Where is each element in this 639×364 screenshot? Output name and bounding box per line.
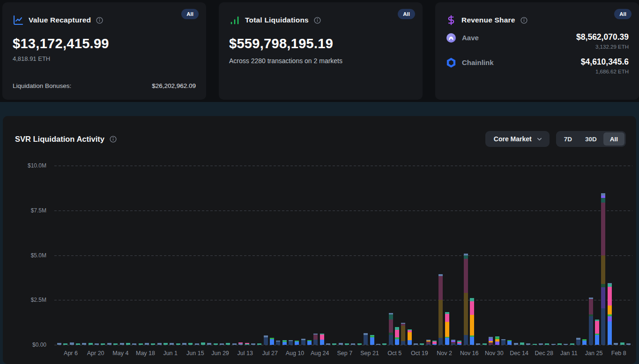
stacked-bar[interactable] [438,274,443,345]
info-icon[interactable] [96,16,104,24]
stacked-bar[interactable] [195,343,199,345]
stacked-bar[interactable] [307,340,312,345]
stacked-bar[interactable] [351,343,355,345]
stacked-bar[interactable] [483,343,487,345]
stacked-bar[interactable] [370,335,374,345]
stacked-bar[interactable] [445,312,449,345]
stacked-bar[interactable] [376,344,380,345]
stacked-bar[interactable] [70,342,74,345]
stacked-bar[interactable] [382,343,386,345]
info-icon[interactable] [313,16,321,24]
stacked-bar[interactable] [420,343,424,345]
stacked-bar[interactable] [226,343,230,345]
stacked-bar[interactable] [57,343,61,345]
stacked-bar[interactable] [589,298,593,345]
stacked-bar[interactable] [620,342,624,345]
stacked-bar[interactable] [289,340,293,345]
stacked-bar[interactable] [251,343,255,345]
stacked-bar[interactable] [151,343,155,345]
stacked-bar[interactable] [63,343,67,345]
stacked-bar[interactable] [576,338,580,345]
stacked-bar[interactable] [570,343,574,345]
stacked-bar[interactable] [264,335,268,345]
stacked-bar[interactable] [207,343,211,345]
stacked-bar[interactable] [457,341,461,345]
stacked-bar[interactable] [176,343,180,345]
stacked-bar[interactable] [357,343,362,345]
stacked-bar[interactable] [464,254,468,345]
stacked-bar[interactable] [389,313,393,345]
stacked-bar[interactable] [489,337,493,345]
stacked-bar[interactable] [539,343,543,345]
stacked-bar[interactable] [220,343,224,345]
stacked-bar[interactable] [426,340,431,345]
stacked-bar[interactable] [557,343,562,345]
stacked-bar[interactable] [564,344,568,345]
stacked-bar[interactable] [551,344,556,345]
stacked-bar[interactable] [451,340,455,345]
stacked-bar[interactable] [214,343,218,345]
bar-segment [101,343,105,345]
bar-segment [445,338,449,345]
stacked-bar[interactable] [101,343,105,345]
stacked-bar[interactable] [582,339,587,345]
stacked-bar[interactable] [526,343,530,345]
stacked-bar[interactable] [595,320,599,345]
stacked-bar[interactable] [626,343,631,345]
stacked-bar[interactable] [601,193,605,345]
bar-segment [420,343,424,345]
info-icon[interactable] [520,16,528,24]
stacked-bar[interactable] [364,333,368,345]
stacked-bar[interactable] [401,323,405,345]
stacked-bar[interactable] [188,343,193,345]
stacked-bar[interactable] [432,341,437,345]
stacked-bar[interactable] [282,340,287,345]
stacked-bar[interactable] [163,343,168,345]
stacked-bar[interactable] [339,343,343,345]
stacked-bar[interactable] [326,343,330,345]
stacked-bar[interactable] [476,343,480,345]
stacked-bar[interactable] [76,343,80,345]
stacked-bar[interactable] [301,339,305,345]
stacked-bar[interactable] [257,343,261,345]
stacked-bar[interactable] [332,343,336,345]
stacked-bar[interactable] [201,342,205,345]
stacked-bar[interactable] [408,329,412,345]
stacked-bar[interactable] [276,341,280,345]
stacked-bar[interactable] [514,343,518,345]
stacked-bar[interactable] [157,343,162,345]
stacked-bar[interactable] [520,342,524,345]
stacked-bar[interactable] [608,283,612,345]
stacked-bar[interactable] [82,343,86,345]
stacked-bar[interactable] [139,343,143,345]
stacked-bar[interactable] [295,341,299,345]
stacked-bar[interactable] [89,343,93,345]
bar-segment [170,343,174,345]
stacked-bar[interactable] [501,339,505,345]
stacked-bar[interactable] [170,343,174,345]
stacked-bar[interactable] [245,343,249,345]
stacked-bar[interactable] [345,343,349,345]
stacked-bar[interactable] [507,340,512,345]
stacked-bar[interactable] [107,343,111,345]
stacked-bar[interactable] [545,343,549,345]
stacked-bar[interactable] [182,343,186,345]
stacked-bar[interactable] [614,343,618,345]
stacked-bar[interactable] [320,334,324,345]
stacked-bar[interactable] [470,298,474,345]
stacked-bar[interactable] [232,343,237,345]
stacked-bar[interactable] [495,336,499,345]
stacked-bar[interactable] [120,343,124,345]
stacked-bar[interactable] [313,334,318,345]
stacked-bar[interactable] [395,327,399,345]
stacked-bar[interactable] [145,343,149,345]
stacked-bar[interactable] [414,343,418,345]
stacked-bar[interactable] [126,343,130,345]
bar-segment [276,342,280,345]
stacked-bar[interactable] [132,343,136,345]
stacked-bar[interactable] [95,343,99,345]
stacked-bar[interactable] [270,338,274,345]
stacked-bar[interactable] [113,343,118,345]
stacked-bar[interactable] [533,344,537,345]
stacked-bar[interactable] [238,342,243,345]
